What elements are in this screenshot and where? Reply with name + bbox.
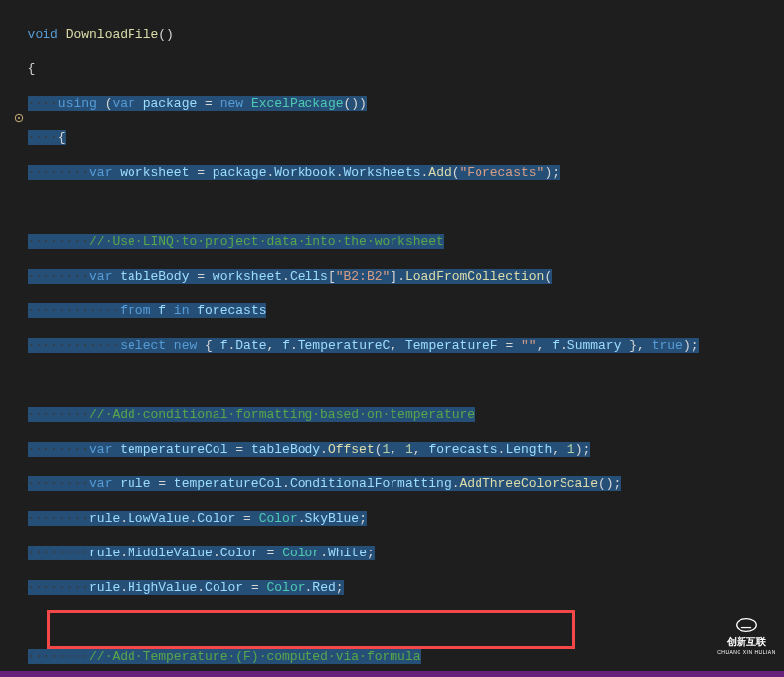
- svg-point-2: [737, 619, 757, 632]
- logo-sub: CHUANG XIN HULIAN: [715, 649, 778, 655]
- code-line[interactable]: ········//·Add·Temperature·(F)·computed·…: [12, 648, 784, 666]
- code-line[interactable]: ········rule.MiddleValue.Color = Color.W…: [12, 545, 784, 562]
- code-line[interactable]: ········rule.HighValue.Color = Color.Red…: [12, 579, 784, 597]
- svg-point-1: [18, 117, 20, 119]
- code-line[interactable]: ········var temperatureCol = tableBody.O…: [12, 441, 784, 459]
- logo-text: 创新互联: [715, 635, 778, 649]
- code-line[interactable]: [12, 199, 784, 216]
- code-line[interactable]: ········var rule = temperatureCol.Condit…: [12, 475, 784, 493]
- code-editor[interactable]: void DownloadFile() { ····using (var pac…: [0, 0, 784, 677]
- status-bar: [0, 671, 784, 677]
- warning-icon: [14, 112, 24, 122]
- code-line[interactable]: [12, 372, 784, 389]
- code-line[interactable]: [12, 614, 784, 632]
- code-line[interactable]: ········//·Use·LINQ·to·project·data·into…: [12, 233, 784, 251]
- code-line[interactable]: ············select new { f.Date, f.Tempe…: [12, 337, 784, 355]
- code-line[interactable]: ········rule.LowValue.Color = Color.SkyB…: [12, 510, 784, 528]
- code-line[interactable]: void DownloadFile(): [12, 26, 784, 43]
- code-line[interactable]: ········//·Add·conditional·formatting·ba…: [12, 406, 784, 424]
- code-line[interactable]: ········var tableBody = worksheet.Cells[…: [12, 268, 784, 286]
- code-line[interactable]: ········var worksheet = package.Workbook…: [12, 164, 784, 182]
- code-line[interactable]: ····using (var package = new ExcelPackag…: [12, 95, 784, 113]
- code-line[interactable]: {: [12, 60, 784, 78]
- watermark-logo: 创新互联 CHUANG XIN HULIAN: [715, 616, 778, 647]
- code-line[interactable]: ····{: [12, 129, 784, 147]
- code-line[interactable]: ············from f in forecasts: [12, 302, 784, 320]
